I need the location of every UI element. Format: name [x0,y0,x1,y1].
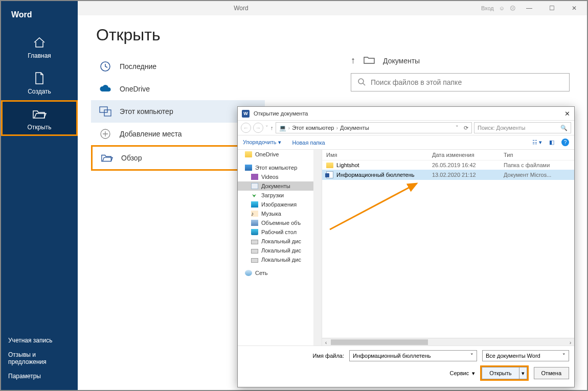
folder-search[interactable]: Поиск файлов в этой папке [351,73,570,91]
tree-desktop[interactable]: Рабочий стол [238,227,322,237]
nav-back-button[interactable]: ← [241,123,251,133]
maximize-button[interactable]: ☐ [543,1,560,15]
open-dropdown-icon[interactable]: ▾ [519,367,527,379]
face-sad-icon[interactable]: ☹ [510,5,515,12]
folder-tree[interactable]: OneDrive Этот компьютер Videos Документы… [238,150,322,346]
organize-menu[interactable]: Упорядочить ▾ [243,139,281,146]
nav-open[interactable]: Открыть [1,100,78,136]
file-list: Имя Дата изменения Тип Lightshot 26.05.2… [322,150,574,346]
chevron-down-icon[interactable]: ˅ [562,353,566,359]
cube-icon [251,220,258,226]
word-badge-icon: W [242,110,250,118]
horizontal-scrollbar[interactable]: ‹ › [322,338,574,346]
file-row[interactable]: Lightshot 26.05.2019 16:42 Папка с файла… [322,160,574,170]
col-name[interactable]: Имя [326,152,432,158]
login-label[interactable]: Вход [481,5,494,11]
browse-folder-icon [101,152,113,164]
refresh-icon[interactable]: ⟳ [464,125,468,131]
nav-home-label: Главная [28,52,51,59]
nav-new-label: Создать [28,88,51,95]
cloud-icon [245,151,252,157]
cloud-icon [99,83,111,95]
computer-icon [99,105,111,118]
svg-point-4 [358,79,364,84]
open-button-highlight: Открыть ▾ [480,365,528,381]
tree-network[interactable]: Сеть [238,268,322,278]
open-file-dialog: W Открытие документа ✕ ← → ˅ ↑ 💻 › Этот … [237,106,575,387]
service-menu[interactable]: Сервис ▾ [450,370,476,377]
file-columns[interactable]: Имя Дата изменения Тип [322,150,574,160]
face-neutral-icon[interactable]: ☺ [499,5,505,11]
file-row[interactable]: Информационный бюллетень 13.02.2020 21:1… [322,170,574,180]
cancel-button[interactable]: Отмена [534,367,569,379]
view-options-button[interactable]: ☷ ▾ [532,139,542,146]
preview-pane-button[interactable]: ◧ [549,139,554,146]
scroll-right-icon[interactable]: › [567,338,574,346]
titlebar: Word Вход ☺ ☹ — ☐ ✕ [1,1,587,15]
tree-disk-1[interactable]: Локальный дис [238,237,322,246]
open-button[interactable]: Открыть ▾ [482,367,527,379]
home-icon [32,36,47,49]
tree-disk-3[interactable]: Локальный дис [238,255,322,264]
nav-feedback[interactable]: Отзывы и предложения [8,351,71,365]
source-recent-label: Последние [120,62,156,71]
col-type[interactable]: Тип [504,152,570,158]
close-button[interactable]: ✕ [566,1,583,15]
new-folder-button[interactable]: Новая папка [292,140,325,146]
add-place-icon [99,128,111,140]
col-modified[interactable]: Дата изменения [432,152,504,158]
filename-input[interactable]: Информационный бюллетень˅ [349,350,477,361]
nav-up-button[interactable]: ↑ [270,125,274,131]
help-icon[interactable]: ? [561,139,569,146]
source-addplace-label: Добавление места [120,130,182,138]
tree-music[interactable]: ♪Музыка [238,209,322,218]
source-browse-label: Обзор [121,154,142,162]
address-bar[interactable]: 💻 › Этот компьютер › Документы ˅ ⟳ [276,122,472,133]
nav-options[interactable]: Параметры [8,373,71,380]
chevron-down-icon[interactable]: ˅ [470,353,473,359]
filename-label: Имя файла: [313,353,344,359]
nav-account[interactable]: Учетная запись [8,337,71,344]
page-title: Открыть [78,15,587,54]
folder-search-placeholder: Поиск файлов в этой папке [371,78,462,86]
dialog-search[interactable]: Поиск: Документы 🔍 [474,122,571,133]
tree-disk-2[interactable]: Локальный дис [238,246,322,255]
path-folder[interactable]: Документы [340,125,369,131]
folder-icon [364,56,375,65]
dialog-close-button[interactable]: ✕ [564,110,570,118]
scroll-left-icon[interactable]: ‹ [322,338,330,346]
path-root[interactable]: Этот компьютер [292,125,334,131]
disk-icon [251,258,258,263]
video-icon [251,174,258,180]
desktop-icon [251,229,258,235]
tree-scrollbar[interactable] [313,150,322,346]
source-onedrive-label: OneDrive [120,85,150,93]
source-thispc-label: Этот компьютер [120,107,173,116]
nav-home[interactable]: Главная [1,29,78,64]
tree-pictures[interactable]: Изображения [238,200,322,209]
up-arrow-icon[interactable]: ↑ [351,55,355,66]
tree-videos[interactable]: Videos [238,172,322,181]
tree-thispc[interactable]: Этот компьютер [238,163,322,172]
path-dropdown-icon[interactable]: ˅ [456,125,459,131]
breadcrumb-label[interactable]: Документы [383,57,420,65]
search-icon [357,78,366,87]
source-recent[interactable]: Последние [91,55,265,78]
music-icon: ♪ [251,211,258,217]
disk-icon [251,249,258,254]
dialog-search-placeholder: Поиск: Документы [478,125,525,131]
tree-onedrive[interactable]: OneDrive [238,150,322,159]
brand: Word [1,1,78,29]
source-onedrive[interactable]: OneDrive [91,78,265,100]
picture-icon [251,201,258,208]
tree-3dobjects[interactable]: Объемные объ [238,218,322,227]
dialog-title: Открытие документа [254,110,308,117]
tree-documents[interactable]: Документы [238,181,322,191]
chevron-down-icon[interactable]: ˅ [265,125,268,131]
nav-forward-button[interactable]: → [253,123,263,133]
minimize-button[interactable]: — [521,1,538,15]
file-filter-select[interactable]: Все документы Word˅ [482,350,569,361]
nav-new[interactable]: Создать [1,64,78,100]
network-icon [245,270,252,276]
tree-downloads[interactable]: Загрузки [238,191,322,200]
